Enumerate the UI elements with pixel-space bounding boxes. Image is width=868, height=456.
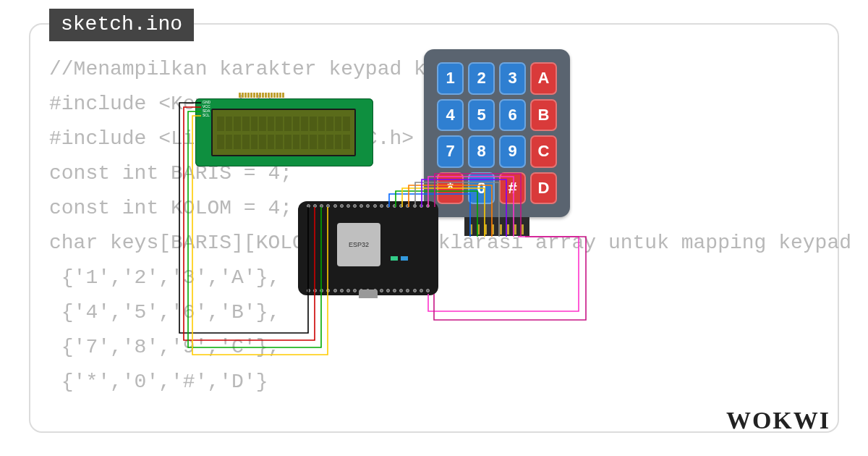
esp32-board[interactable]: ESP32 xyxy=(298,201,438,295)
esp32-led-icon xyxy=(401,256,408,261)
keypad-key-0[interactable]: 0 xyxy=(468,172,495,205)
lcd-screen xyxy=(211,109,356,156)
lcd-i2c-pins: GNDVCCSDASCL xyxy=(203,100,210,117)
keypad-key-B[interactable]: B xyxy=(530,99,557,132)
esp32-usb-icon xyxy=(359,290,378,298)
lcd-module[interactable]: GNDVCCSDASCL xyxy=(195,98,373,166)
keypad-key-7[interactable]: 7 xyxy=(437,135,464,168)
keypad-key-5[interactable]: 5 xyxy=(468,99,495,132)
circuit-schematic[interactable]: GNDVCCSDASCL 123A456B789C*0#D ESP32 xyxy=(174,94,680,398)
keypad-key-*[interactable]: * xyxy=(437,172,464,205)
keypad-grid: 123A456B789C*0#D xyxy=(437,62,557,204)
esp32-pins-top xyxy=(307,204,430,208)
keypad-connector xyxy=(464,217,529,236)
keypad-module[interactable]: 123A456B789C*0#D xyxy=(424,49,570,217)
keypad-key-1[interactable]: 1 xyxy=(437,62,464,95)
esp32-led-icon xyxy=(391,256,398,261)
keypad-key-8[interactable]: 8 xyxy=(468,135,495,168)
keypad-key-3[interactable]: 3 xyxy=(499,62,526,95)
keypad-key-2[interactable]: 2 xyxy=(468,62,495,95)
keypad-key-4[interactable]: 4 xyxy=(437,99,464,132)
keypad-key-9[interactable]: 9 xyxy=(499,135,526,168)
esp32-chip: ESP32 xyxy=(337,223,380,266)
keypad-key-#[interactable]: # xyxy=(499,172,526,205)
wokwi-logo: WOKWI xyxy=(726,407,830,434)
lcd-pin-header xyxy=(239,93,284,98)
keypad-key-C[interactable]: C xyxy=(530,135,557,168)
filename-tab[interactable]: sketch.ino xyxy=(49,9,194,41)
keypad-key-A[interactable]: A xyxy=(530,62,557,95)
keypad-key-6[interactable]: 6 xyxy=(499,99,526,132)
keypad-key-D[interactable]: D xyxy=(530,172,557,205)
